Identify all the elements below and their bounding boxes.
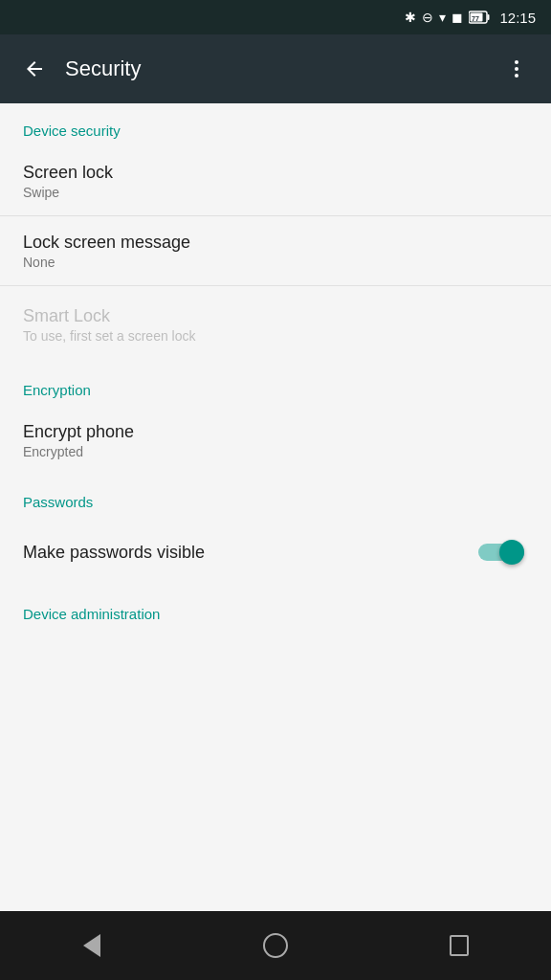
screen-lock-subtitle: Swipe <box>23 185 528 200</box>
nav-back-icon <box>83 934 100 957</box>
svg-point-6 <box>515 74 518 78</box>
svg-rect-1 <box>488 14 490 20</box>
smart-lock-subtitle: To use, first set a screen lock <box>23 328 528 344</box>
wifi-icon: ▾ <box>439 10 446 25</box>
lock-screen-message-item[interactable]: Lock screen message None <box>0 216 551 285</box>
encrypt-phone-title: Encrypt phone <box>23 422 528 442</box>
bluetooth-icon: ✱ <box>405 10 416 25</box>
nav-home-icon <box>263 933 288 958</box>
make-passwords-visible-title: Make passwords visible <box>23 543 478 563</box>
content-area: Device security Screen lock Swipe Lock s… <box>0 103 551 911</box>
app-bar: Security <box>0 34 551 103</box>
lock-screen-message-subtitle: None <box>23 255 528 270</box>
svg-point-5 <box>515 67 518 71</box>
status-icons: ✱ ⊖ ▾ ◼ 77 12:15 <box>405 10 536 26</box>
status-bar: ✱ ⊖ ▾ ◼ 77 12:15 <box>0 0 551 34</box>
section-header-passwords: Passwords <box>0 475 551 518</box>
do-not-disturb-icon: ⊖ <box>422 10 433 25</box>
battery-icon: 77 <box>469 11 490 25</box>
toggle-thumb <box>499 540 524 565</box>
svg-point-4 <box>515 60 518 64</box>
smart-lock-title: Smart Lock <box>23 306 528 326</box>
screen-lock-item[interactable]: Screen lock Swipe <box>0 146 551 215</box>
nav-bar <box>0 911 551 980</box>
nav-home-button[interactable] <box>247 926 304 965</box>
encrypt-phone-item[interactable]: Encrypt phone Encrypted <box>0 406 551 475</box>
lock-screen-message-title: Lock screen message <box>23 233 528 253</box>
nav-recent-icon <box>450 935 469 956</box>
back-button[interactable] <box>15 50 54 88</box>
status-time: 12:15 <box>499 10 536 26</box>
svg-text:77: 77 <box>472 15 479 22</box>
signal-icon: ◼ <box>452 10 463 25</box>
page-title: Security <box>65 56 497 81</box>
more-options-button[interactable] <box>497 50 536 88</box>
make-passwords-visible-item[interactable]: Make passwords visible <box>0 518 551 587</box>
make-passwords-visible-text: Make passwords visible <box>23 543 478 563</box>
make-passwords-visible-toggle[interactable] <box>478 538 528 567</box>
section-header-device-security: Device security <box>0 103 551 146</box>
smart-lock-item: Smart Lock To use, first set a screen lo… <box>0 286 551 363</box>
encrypt-phone-subtitle: Encrypted <box>23 444 528 459</box>
section-header-encryption: Encryption <box>0 363 551 406</box>
screen-lock-title: Screen lock <box>23 163 528 183</box>
bottom-spacer <box>0 630 551 668</box>
nav-recent-button[interactable] <box>430 926 488 965</box>
section-header-device-administration: Device administration <box>0 587 551 630</box>
nav-back-button[interactable] <box>63 926 121 965</box>
